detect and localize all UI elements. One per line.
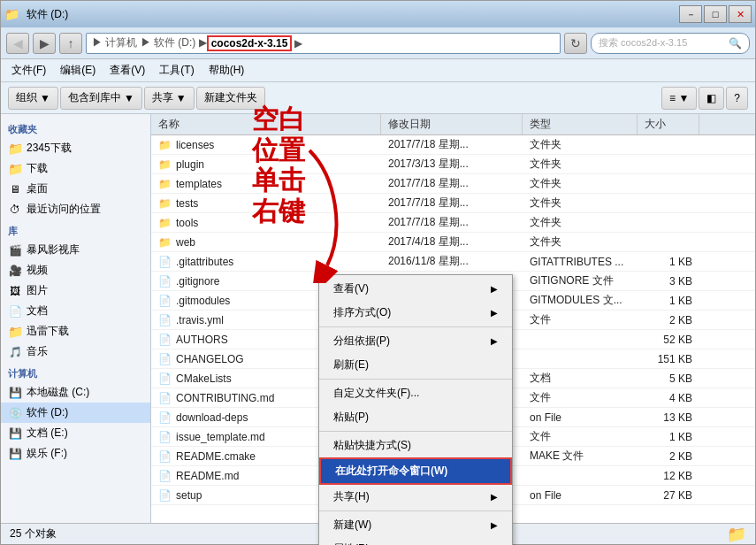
maximize-button[interactable]: □ bbox=[704, 5, 727, 23]
context-menu-separator bbox=[319, 510, 512, 511]
share-button[interactable]: 共享 ▼ bbox=[144, 87, 195, 110]
context-menu-item[interactable]: 查看(V) ▶ bbox=[319, 277, 512, 301]
file-name: .travis.yml bbox=[176, 314, 224, 326]
col-header-name[interactable]: 名称 bbox=[151, 114, 381, 134]
forward-button[interactable]: ▶ bbox=[33, 33, 56, 54]
sidebar-item-baofeng[interactable]: 🎬 暴风影视库 bbox=[1, 240, 150, 260]
folder-icon: 📁 bbox=[8, 142, 22, 156]
file-icon: 📄 bbox=[158, 372, 172, 385]
context-menu-item[interactable]: 共享(H) ▶ bbox=[319, 485, 512, 509]
sidebar-item-recent[interactable]: ⏱ 最近访问的位置 bbox=[1, 199, 150, 219]
file-date: 2016/11/8 星期... bbox=[381, 254, 523, 269]
include-library-button[interactable]: 包含到库中 ▼ bbox=[60, 87, 142, 110]
context-menu-item[interactable]: 在此处打开命令窗口(W) bbox=[319, 457, 512, 485]
table-row[interactable]: 📁 templates 2017/7/18 星期... 文件夹 bbox=[151, 174, 755, 194]
sidebar-item-video[interactable]: 🎥 视频 bbox=[1, 260, 150, 280]
sidebar-label-video: 视频 bbox=[27, 263, 48, 278]
menu-view[interactable]: 查看(V) bbox=[103, 60, 152, 81]
new-folder-button[interactable]: 新建文件夹 bbox=[196, 87, 265, 110]
file-icon: 📄 bbox=[158, 470, 172, 482]
file-type: on File bbox=[523, 411, 638, 424]
file-size: 1 KB bbox=[638, 295, 699, 307]
sidebar-label-recent: 最近访问的位置 bbox=[27, 202, 101, 217]
video-icon: 🎬 bbox=[8, 243, 22, 257]
file-icon: 📄 bbox=[158, 431, 172, 443]
file-name: CONTRIBUTING.md bbox=[176, 392, 274, 404]
preview-button[interactable]: ◧ bbox=[699, 87, 724, 110]
file-size: 151 KB bbox=[638, 353, 699, 365]
organize-button[interactable]: 组织 ▼ bbox=[8, 87, 58, 110]
folder-icon: 📁 bbox=[158, 197, 172, 210]
file-icon: 📄 bbox=[158, 411, 172, 424]
context-menu-item[interactable]: 粘贴(P) bbox=[319, 405, 512, 429]
file-size: 1 KB bbox=[638, 431, 699, 443]
sidebar-item-documents[interactable]: 📄 文档 bbox=[1, 301, 150, 321]
sidebar-computer-label: 计算机 bbox=[1, 362, 150, 382]
menu-tools[interactable]: 工具(T) bbox=[152, 60, 201, 81]
file-name: web bbox=[176, 236, 195, 249]
context-menu-item[interactable]: 属性(R) bbox=[319, 537, 512, 545]
back-button[interactable]: ◀ bbox=[6, 33, 29, 54]
file-name: README.md bbox=[176, 470, 239, 482]
sidebar-label-drive-d: 软件 (D:) bbox=[27, 405, 68, 420]
context-menu-item[interactable]: 新建(W) ▶ bbox=[319, 513, 512, 537]
file-icon: 📄 bbox=[158, 489, 172, 502]
sidebar-favorites-label: 收藏夹 bbox=[1, 118, 150, 138]
context-menu-item[interactable]: 刷新(E) bbox=[319, 353, 512, 377]
address-highlight: cocos2d-x-3.15 bbox=[207, 35, 293, 51]
sidebar-label-drive-c: 本地磁盘 (C:) bbox=[27, 385, 89, 400]
context-menu-item[interactable]: 分组依据(P) ▶ bbox=[319, 329, 512, 353]
context-menu-label: 查看(V) bbox=[333, 281, 369, 296]
sidebar-item-drive-f[interactable]: 💾 娱乐 (F:) bbox=[1, 443, 150, 464]
sidebar-label-baofeng: 暴风影视库 bbox=[27, 242, 80, 257]
table-row[interactable]: 📄 .gitattributes 2016/11/8 星期... GITATTR… bbox=[151, 252, 755, 272]
drive-icon: 💾 bbox=[8, 386, 22, 400]
sidebar-item-music[interactable]: 🎵 音乐 bbox=[1, 342, 150, 362]
sidebar-item-drive-d[interactable]: 💿 软件 (D:) bbox=[1, 403, 150, 423]
context-menu-item[interactable]: 粘贴快捷方式(S) bbox=[319, 434, 512, 457]
context-menu-item[interactable]: 排序方式(O) ▶ bbox=[319, 301, 512, 325]
drive-icon: 💾 bbox=[8, 426, 22, 441]
menu-edit[interactable]: 编辑(E) bbox=[53, 60, 103, 81]
sidebar-item-xunlei[interactable]: 📁 迅雷下载 bbox=[1, 321, 150, 342]
table-row[interactable]: 📁 web 2017/4/18 星期... 文件夹 bbox=[151, 233, 755, 252]
file-icon: 📄 bbox=[158, 256, 172, 268]
window-icon: 📁 bbox=[4, 7, 19, 21]
table-row[interactable]: 📁 licenses 2017/7/18 星期... 文件夹 bbox=[151, 135, 755, 155]
sidebar-item-desktop[interactable]: 🖥 桌面 bbox=[1, 179, 150, 199]
col-header-size[interactable]: 大小 bbox=[638, 114, 699, 134]
context-menu-item[interactable]: 自定义文件夹(F)... bbox=[319, 381, 512, 405]
sidebar-library-label: 库 bbox=[1, 219, 150, 240]
col-header-date[interactable]: 修改日期 bbox=[381, 114, 523, 134]
folder-icon: 📁 bbox=[158, 217, 172, 229]
view-toggle-button[interactable]: ≡ ▼ bbox=[661, 87, 697, 110]
title-bar-left: 📁 软件 (D:) bbox=[4, 7, 68, 22]
sidebar-item-2345[interactable]: 📁 2345下载 bbox=[1, 138, 150, 158]
document-icon: 📄 bbox=[8, 304, 22, 319]
sidebar-item-drive-c[interactable]: 💾 本地磁盘 (C:) bbox=[1, 382, 150, 403]
table-row[interactable]: 📁 tools 2017/7/18 星期... 文件夹 bbox=[151, 213, 755, 233]
title-bar: 📁 软件 (D:) － □ ✕ bbox=[1, 1, 755, 27]
file-name: tools bbox=[176, 217, 198, 229]
refresh-button[interactable]: ↻ bbox=[564, 33, 587, 54]
close-button[interactable]: ✕ bbox=[729, 5, 752, 23]
menu-help[interactable]: 帮助(H) bbox=[202, 60, 252, 81]
file-size: 5 KB bbox=[638, 372, 699, 385]
up-button[interactable]: ↑ bbox=[59, 33, 82, 54]
minimize-button[interactable]: － bbox=[679, 5, 702, 23]
col-header-type[interactable]: 类型 bbox=[523, 114, 638, 134]
search-bar[interactable]: 搜索 cocos2d-x-3.15 🔍 bbox=[591, 33, 750, 54]
help-button[interactable]: ? bbox=[726, 87, 748, 110]
search-icon[interactable]: 🔍 bbox=[729, 37, 742, 50]
file-date: 2017/7/18 星期... bbox=[381, 196, 523, 211]
sidebar-item-pictures[interactable]: 🖼 图片 bbox=[1, 280, 150, 301]
file-list-header: 名称 修改日期 类型 大小 bbox=[151, 114, 755, 135]
table-row[interactable]: 📁 plugin 2017/3/13 星期... 文件夹 bbox=[151, 155, 755, 174]
address-bar[interactable]: ▶ 计算机 ▶ 软件 (D:) ▶ cocos2d-x-3.15 ▶ bbox=[86, 33, 561, 54]
sidebar-label-documents: 文档 bbox=[27, 303, 48, 319]
table-row[interactable]: 📁 tests 2017/7/18 星期... 文件夹 bbox=[151, 194, 755, 213]
context-menu-separator bbox=[319, 431, 512, 432]
sidebar-item-drive-e[interactable]: 💾 文档 (E:) bbox=[1, 423, 150, 443]
sidebar-item-download[interactable]: 📁 下载 bbox=[1, 158, 150, 179]
menu-file[interactable]: 文件(F) bbox=[4, 60, 53, 81]
